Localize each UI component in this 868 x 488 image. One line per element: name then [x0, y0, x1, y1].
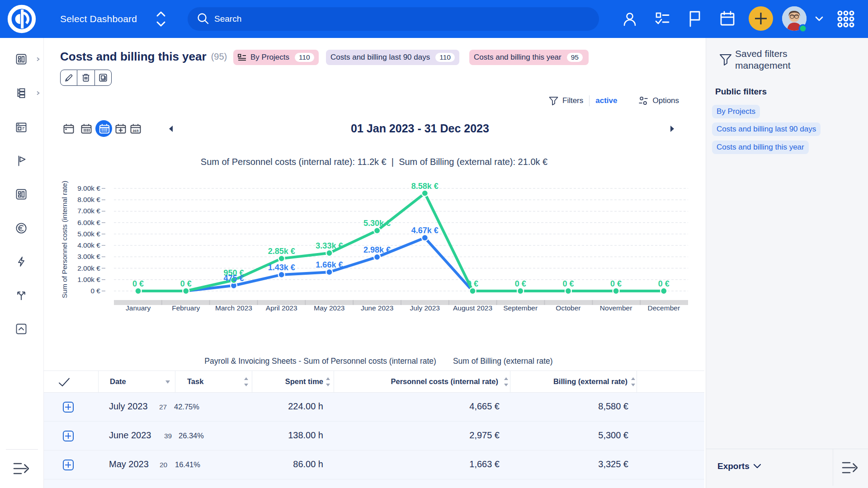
svg-text:1.43k €: 1.43k € [268, 263, 295, 272]
svg-text:November: November [600, 304, 632, 312]
svg-text:January: January [126, 304, 151, 312]
svg-text:4.00k €: 4.00k € [77, 241, 100, 249]
svg-text:0 €: 0 € [610, 279, 622, 288]
svg-text:September: September [503, 304, 538, 312]
svg-text:0 €: 0 € [132, 279, 144, 288]
svg-text:0 €: 0 € [515, 279, 526, 288]
svg-text:0 €: 0 € [180, 279, 192, 288]
svg-text:3.00k €: 3.00k € [77, 253, 100, 260]
svg-text:2.00k €: 2.00k € [77, 264, 100, 272]
svg-text:5.30k €: 5.30k € [363, 219, 391, 228]
svg-text:8.00k €: 8.00k € [77, 196, 100, 203]
svg-text:0 €: 0 € [90, 287, 100, 295]
svg-text:5.00k €: 5.00k € [77, 230, 100, 238]
svg-text:0 €: 0 € [658, 279, 670, 288]
svg-text:October: October [556, 304, 580, 312]
svg-text:May 2023: May 2023 [314, 304, 344, 312]
svg-text:April 2023: April 2023 [266, 304, 297, 312]
svg-text:1.00k €: 1.00k € [77, 276, 100, 283]
svg-text:6.00k €: 6.00k € [77, 219, 100, 226]
svg-text:4.67k €: 4.67k € [411, 226, 439, 235]
svg-text:June 2023: June 2023 [361, 304, 393, 312]
svg-text:March 2023: March 2023 [215, 304, 252, 312]
svg-text:July 2023: July 2023 [410, 304, 440, 312]
svg-text:7.00k €: 7.00k € [77, 207, 100, 215]
svg-text:1.66k €: 1.66k € [316, 260, 343, 269]
svg-text:2.85k €: 2.85k € [268, 247, 295, 256]
svg-text:December: December [648, 304, 680, 312]
svg-text:8.58k €: 8.58k € [411, 182, 439, 191]
svg-text:August 2023: August 2023 [453, 304, 492, 312]
svg-text:2.98k €: 2.98k € [363, 245, 391, 254]
svg-text:3.33k €: 3.33k € [316, 241, 343, 250]
svg-text:475 €: 475 € [223, 274, 244, 283]
svg-text:Sum of Personnel costs (intern: Sum of Personnel costs (internal rate) [61, 181, 68, 298]
svg-text:0 €: 0 € [562, 279, 574, 288]
svg-text:February: February [172, 304, 200, 312]
svg-text:9.00k €: 9.00k € [77, 184, 100, 192]
